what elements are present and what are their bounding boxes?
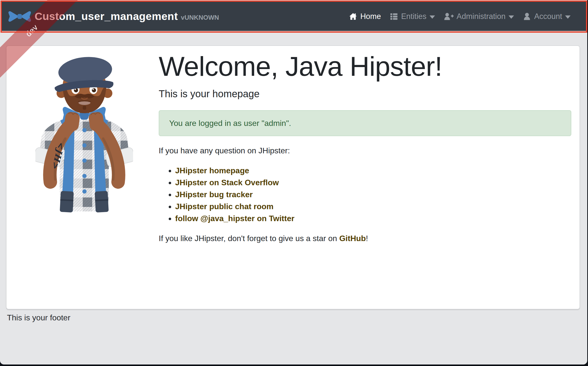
caret-down-icon bbox=[509, 15, 514, 19]
list-item: JHipster public chat room bbox=[175, 200, 571, 212]
caret-down-icon bbox=[430, 15, 435, 19]
link-jhipster-twitter[interactable]: follow @java_hipster on Twitter bbox=[175, 214, 294, 223]
question-text: If you have any question on JHipster: bbox=[159, 145, 571, 157]
list-item: JHipster bug tracker bbox=[175, 188, 571, 200]
nav-item-entities[interactable]: Entities bbox=[385, 12, 439, 21]
list-item: JHipster homepage bbox=[175, 165, 571, 177]
link-jhipster-homepage[interactable]: JHipster homepage bbox=[175, 166, 249, 175]
link-jhipster-chatroom[interactable]: JHipster public chat room bbox=[175, 202, 274, 211]
main-card: <JH> bbox=[6, 45, 580, 309]
brand-link[interactable]: Custom_user_management vUNKNOWN bbox=[8, 10, 219, 22]
navbar: Custom_user_management vUNKNOWN Home bbox=[2, 2, 586, 31]
entities-list-icon bbox=[389, 12, 398, 21]
user-icon bbox=[522, 12, 531, 21]
nav-item-home[interactable]: Home bbox=[344, 12, 385, 21]
github-star-line: If you like JHipster, don't forget to gi… bbox=[159, 232, 571, 244]
nav-label: Administration bbox=[457, 12, 506, 21]
page-title: Welcome, Java Hipster! bbox=[159, 50, 571, 83]
page-subtitle: This is your homepage bbox=[159, 88, 571, 100]
nav-item-account[interactable]: Account bbox=[518, 12, 575, 21]
link-jhipster-stackoverflow[interactable]: JHipster on Stack Overflow bbox=[175, 178, 279, 187]
main-nav: Home Entities bbox=[344, 12, 575, 21]
home-icon bbox=[349, 12, 358, 21]
jhipster-links-list: JHipster homepage JHipster on Stack Over… bbox=[159, 165, 571, 224]
nav-label: Home bbox=[360, 12, 381, 21]
list-item: follow @java_hipster on Twitter bbox=[175, 212, 571, 224]
link-github[interactable]: GitHub bbox=[339, 234, 366, 243]
nav-item-administration[interactable]: Administration bbox=[439, 12, 518, 21]
caret-down-icon bbox=[565, 15, 571, 19]
link-jhipster-bugtracker[interactable]: JHipster bug tracker bbox=[175, 190, 253, 199]
app-version: vUNKNOWN bbox=[181, 14, 219, 21]
list-item: JHipster on Stack Overflow bbox=[175, 177, 571, 188]
home-content: Welcome, Java Hipster! This is your home… bbox=[159, 50, 571, 244]
footer-text: This is your footer bbox=[7, 312, 70, 323]
nav-label: Account bbox=[534, 12, 562, 21]
hipster-illustration: <JH> bbox=[35, 55, 133, 214]
app-title: Custom_user_management bbox=[35, 10, 178, 22]
browser-viewport: Custom_user_management vUNKNOWN Home bbox=[0, 0, 587, 365]
star-prefix: If you like JHipster, don't forget to gi… bbox=[159, 234, 339, 243]
user-plus-icon bbox=[443, 12, 454, 21]
nav-label: Entities bbox=[401, 12, 427, 21]
star-suffix: ! bbox=[366, 234, 368, 243]
logged-in-alert: You are logged in as user "admin". bbox=[159, 110, 571, 136]
bowtie-logo-icon bbox=[8, 11, 31, 22]
